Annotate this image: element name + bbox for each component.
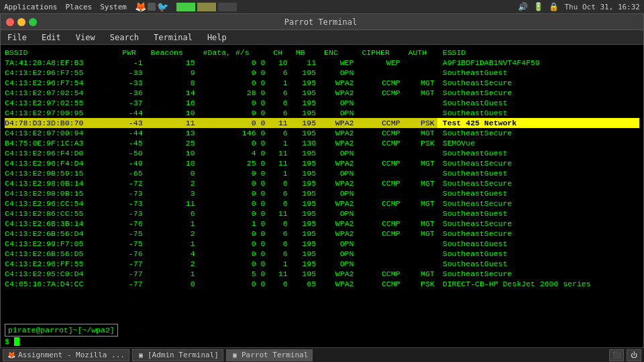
table-cell [403, 249, 437, 259]
table-cell: WEP [356, 58, 402, 68]
lock-icon: 🔒 [549, 2, 559, 11]
table-cell: 11 [268, 269, 290, 279]
table-cell: 0 0 [198, 239, 268, 249]
table-cell: 195 [290, 78, 319, 88]
table-cell: 5 0 [198, 269, 268, 279]
table-cell: -33 [117, 68, 145, 78]
table-cell: WPA2 [319, 118, 356, 128]
taskbar-item-mozilla[interactable]: 🦊 Assignment - Mozilla ... [3, 349, 129, 361]
table-cell: 11 [268, 118, 290, 128]
table-cell: CCMP [356, 118, 402, 128]
table-cell: C4:13:E2:98:0B:15 [5, 188, 117, 198]
taskbar-screen-icon[interactable]: ⬛ [609, 349, 624, 361]
table-cell: SEMOVue [437, 138, 639, 148]
volume-icon[interactable]: 🔊 [518, 2, 528, 11]
taskbar-mozilla-label: Assignment - Mozilla ... [18, 351, 125, 359]
table-cell: WPA2 [319, 158, 356, 168]
title-bar: Parrot Terminal [1, 14, 643, 30]
table-cell [403, 58, 437, 68]
table-cell: 11 [146, 118, 198, 128]
table-cell: -37 [117, 98, 145, 108]
table-cell: 25 0 [198, 158, 268, 168]
menu-file[interactable]: File [3, 32, 31, 44]
table-row: C4:13:E2:6B:56:D4-7520 06195WPA2CCMPMGTS… [5, 229, 639, 239]
table-cell: 0 0 [198, 229, 268, 239]
table-cell: 195 [290, 68, 319, 78]
table-cell: 1 [146, 269, 198, 279]
table-cell: C4:13:E2:95:C0:D4 [5, 269, 117, 279]
taskbar-power-icon[interactable]: ⏻ [627, 349, 641, 361]
table-cell: SoutheastSecure [437, 178, 639, 188]
table-cell: -33 [117, 78, 145, 88]
datetime-display: Thu Oct 31, 16:32 [564, 3, 640, 11]
table-cell: SoutheastGuest [437, 148, 639, 158]
minimize-button[interactable] [17, 18, 25, 26]
col-beacons: Beacons [146, 48, 198, 58]
table-cell: SoutheastGuest [437, 249, 639, 259]
places-menu[interactable]: Places [65, 3, 92, 11]
table-cell: 2 [146, 259, 198, 269]
maximize-button[interactable] [29, 18, 37, 26]
col-bssid: BSSID [5, 48, 117, 58]
terminal-content[interactable]: parrot issomtp2 issomtp nb.pd 2pand isso… [1, 45, 643, 348]
col-ch: CH [268, 48, 290, 58]
table-cell: 6 [268, 188, 290, 198]
taskbar-item-admin-terminal[interactable]: ▣ [Admin Terminal] [132, 349, 223, 361]
table-cell: 1 [268, 78, 290, 88]
table-cell: 1 [268, 259, 290, 269]
table-cell: 11 [290, 58, 319, 68]
table-cell: 11 [146, 198, 198, 208]
table-cell: 0 0 [198, 198, 268, 208]
menu-search[interactable]: Search [106, 32, 143, 44]
table-cell [356, 239, 402, 249]
close-button[interactable] [6, 18, 14, 26]
table-cell: 195 [290, 188, 319, 198]
table-cell: -75 [117, 239, 145, 249]
table-row: C4:13:E2:97:00:94-4413146 06195WPA2CCMPM… [5, 128, 639, 138]
table-cell: C4:13:E2:97:02:54 [5, 88, 117, 98]
table-cell: 1 [146, 219, 198, 229]
table-row: C4:13:E2:97:02:55-37160 06195OPNSoutheas… [5, 98, 639, 108]
table-cell: 10 [146, 158, 198, 168]
table-cell: MGT [403, 219, 437, 229]
menu-help[interactable]: Help [203, 32, 231, 44]
terminal-window: Parrot Terminal File Edit View Search Te… [0, 13, 644, 349]
table-cell: 6 [268, 88, 290, 98]
table-cell: 195 [290, 259, 319, 269]
table-cell: WPA2 [319, 269, 356, 279]
table-cell: 195 [290, 229, 319, 239]
table-cell [403, 239, 437, 249]
table-cell: OPN [319, 108, 356, 118]
table-cell [403, 68, 437, 78]
table-cell: 195 [290, 88, 319, 98]
battery-icon[interactable]: 🔋 [533, 2, 543, 11]
table-cell: 0 0 [198, 78, 268, 88]
table-cell: MGT [403, 178, 437, 188]
table-cell: SoutheastSecure [437, 269, 639, 279]
table-row: C4:13:E2:9B:59:15-6500 01195OPNSoutheast… [5, 168, 639, 178]
table-cell: OPN [319, 188, 356, 198]
table-cell: -73 [117, 198, 145, 208]
menu-terminal[interactable]: Terminal [150, 32, 197, 44]
table-cell: WPA2 [319, 198, 356, 208]
top-bar-right: 🔊 🔋 🔒 Thu Oct 31, 16:32 [518, 2, 640, 11]
table-cell: 65 [290, 279, 319, 289]
table-row: C4:13:E2:96:F4:D0-50104 011195OPNSouthea… [5, 148, 639, 158]
applications-menu[interactable]: Applications [4, 3, 57, 11]
table-cell: 0 0 [198, 68, 268, 78]
menu-view[interactable]: View [72, 32, 99, 44]
table-cell: MGT [403, 128, 437, 138]
table-cell: MGT [403, 198, 437, 208]
table-cell [356, 259, 402, 269]
terminal-prompt[interactable]: pirate@parrot]~[~/wpa2] $ [5, 324, 118, 347]
table-cell: 195 [290, 208, 319, 219]
system-menu[interactable]: System [100, 3, 127, 11]
table-row: C4:13:E2:95:C0:D4-7715 011195WPA2CCMPMGT… [5, 269, 639, 279]
table-cell: 195 [290, 219, 319, 229]
col-data: #Data, #/s [198, 48, 268, 58]
menu-edit[interactable]: Edit [38, 32, 65, 44]
taskbar-item-parrot-terminal[interactable]: ▣ Parrot Terminal [226, 349, 313, 361]
table-cell: DIRECT-CB-HP DeskJet 2600 series [437, 279, 639, 289]
table-cell: 0 0 [198, 58, 268, 68]
table-cell: 6 [268, 198, 290, 208]
